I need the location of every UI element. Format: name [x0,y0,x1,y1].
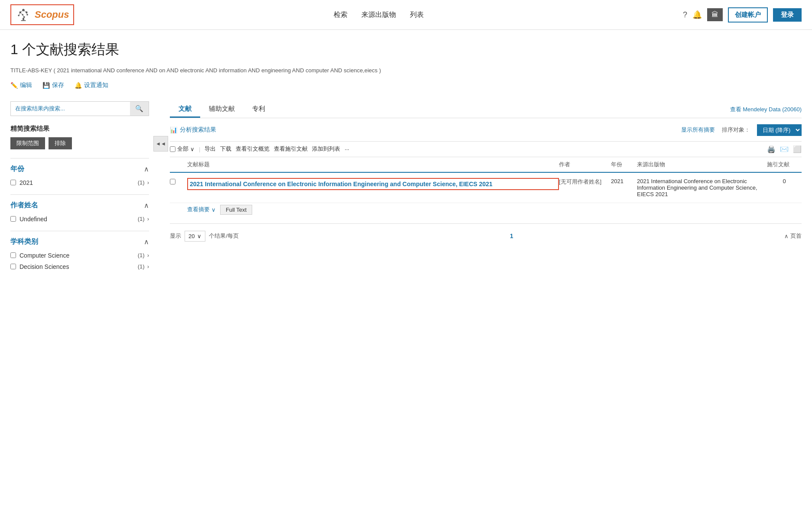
add-to-list-button[interactable]: 添加到列表 [312,145,340,153]
subject-ds-chevron-icon: › [147,263,149,270]
tabs: 文献 辅助文献 专利 [170,101,274,118]
per-page-area: 显示 20 ∨ 个结果/每页 [170,231,239,242]
show-abstract-link[interactable]: 显示所有摘要 [681,126,715,134]
select-all-label: 全部 [177,145,188,153]
search-in-results-button[interactable]: 🔍 [130,102,149,116]
col-author-1: [无可用作者姓名] [559,178,611,186]
year-filter-item-2021[interactable]: 2021 (1) › [10,177,149,188]
col-header-author: 作者 [559,161,611,168]
more-options-button[interactable]: ··· [344,146,349,152]
view-citation-overview-button[interactable]: 查看引文概览 [236,145,270,153]
download-button[interactable]: 下载 [220,145,231,153]
result-title-link-1[interactable]: 2021 International Conference on Electro… [187,178,559,190]
subject-ds-label: Decision Sciences [19,263,69,270]
tab-secondary-documents[interactable]: 辅助文献 [200,101,244,118]
svg-line-10 [20,13,23,15]
print-icon[interactable]: 🖨️ [767,145,776,153]
view-citing-docs-button[interactable]: 查看施引文献 [274,145,308,153]
edit-icon: ✏️ [10,82,18,89]
nav-sources[interactable]: 来源出版物 [361,10,396,19]
login-button[interactable]: 登录 [773,8,802,22]
actions-bar: 全部 ∨ | 导出 下载 查看引文概览 查看施引文献 添加到列表 ··· 🖨️ … [170,141,802,157]
exclude-button[interactable]: 排除 [49,137,72,149]
subject-cs-checkbox[interactable] [10,252,16,258]
mendeley-data-link[interactable]: 查看 Mendeley Data (20060) [730,106,802,113]
nav-search[interactable]: 检索 [334,10,348,19]
year-filter-item-right: (1) › [138,179,149,186]
year-filter-header[interactable]: 年份 ∧ [10,165,149,174]
export-button[interactable]: 导出 [205,145,216,153]
limit-scope-button[interactable]: 限制范围 [10,137,45,149]
page-1[interactable]: 1 [510,233,513,239]
view-abstract-link-1[interactable]: 查看摘要 ∨ [187,206,216,213]
toolbar-row: 📊 分析搜索结果 显示所有摘要 排序对象： 日期 (降序) [170,124,802,136]
subject-filter-section: 学科类别 ∧ Computer Science (1) › Decision S… [10,231,149,278]
search-in-results-input[interactable] [11,102,130,115]
svg-line-8 [23,10,26,12]
year-chevron-icon: ∧ [144,165,149,173]
sep1: | [199,146,200,152]
col-header-citations: 施引文献 [767,161,802,168]
save-link[interactable]: 💾 保存 [42,81,64,89]
subject-filter-header[interactable]: 学科类别 ∧ [10,237,149,246]
subject-cs-chevron-icon: › [147,252,149,258]
subject-ds-checkbox[interactable] [10,264,16,269]
institution-icon[interactable]: 🏛 [707,8,723,21]
svg-line-7 [20,10,23,12]
create-account-button[interactable]: 创建帐户 [728,7,768,23]
subject-filter-item-cs[interactable]: Computer Science (1) › [10,250,149,261]
author-filter-item-left: Undefined [10,216,47,223]
tab-patents[interactable]: 专利 [244,101,274,118]
sort-select[interactable]: 日期 (降序) [757,124,802,136]
col-source-1: 2021 International Conference on Electro… [637,178,767,197]
back-to-top-link[interactable]: ∧ 页首 [784,232,802,240]
sort-label: 排序对象： [722,126,750,134]
subject-cs-count: (1) [138,252,145,258]
table-header: 文献标题 作者 年份 来源出版物 施引文献 [170,157,802,173]
export2-icon[interactable]: ⬜ [793,145,802,153]
col-citations-1: 0 [767,178,802,184]
year-2021-chevron-right-icon: › [147,179,149,186]
year-2021-checkbox[interactable] [10,180,16,185]
notify-link[interactable]: 🔔 设置通知 [75,81,108,89]
author-filter-header[interactable]: 作者姓名 ∧ [10,201,149,210]
edit-link[interactable]: ✏️ 编辑 [10,81,32,89]
analyze-results-button[interactable]: 📊 分析搜索结果 [170,126,216,134]
sidebar: 🔍 精简搜索结果 限制范围 排除 年份 ∧ 2021 (1) › [10,101,149,278]
author-undefined-checkbox[interactable] [10,216,16,222]
header-icons: ? 🔔 🏛 创建帐户 登录 [683,7,802,23]
subject-filter-item-ds[interactable]: Decision Sciences (1) › [10,261,149,272]
bell-icon[interactable]: 🔔 [692,10,702,19]
subject-cs-label: Computer Science [19,252,69,259]
tab-documents[interactable]: 文献 [170,101,200,118]
save-icon: 💾 [42,82,50,89]
svg-line-12 [23,15,24,17]
full-text-button-1[interactable]: Full Text [220,205,252,215]
per-page-chevron-icon: ∨ [197,233,201,239]
page-numbers: 1 [510,233,513,239]
author-undefined-label: Undefined [19,216,47,223]
nav-links: 检索 来源出版物 列表 [334,10,424,19]
email-icon[interactable]: ✉️ [780,145,789,153]
author-filter-item-undefined[interactable]: Undefined (1) › [10,213,149,225]
logo-area[interactable]: Scopus [10,4,74,25]
per-page-select[interactable]: 20 ∨ [185,231,205,242]
action-links: ✏️ 编辑 💾 保存 🔔 设置通知 [10,81,802,89]
select-all-checkbox-area[interactable]: 全部 ∨ [170,145,195,153]
pagination-area: 显示 20 ∨ 个结果/每页 1 ∧ 页首 [170,223,802,249]
author-filter-title: 作者姓名 [10,201,38,210]
query-line: TITLE-ABS-KEY ( 2021 international AND c… [10,66,802,75]
per-page-unit: 个结果/每页 [209,232,239,240]
help-icon[interactable]: ? [683,10,687,19]
table-row: 2021 International Conference on Electro… [170,173,802,220]
col-header-year: 年份 [611,161,637,168]
select-all-checkbox[interactable] [170,146,175,152]
row-checkbox-area [170,178,187,186]
row-1-checkbox[interactable] [170,179,175,184]
nav-lists[interactable]: 列表 [410,10,424,19]
results-panel: 文献 辅助文献 专利 查看 Mendeley Data (20060) 📊 分析… [170,101,802,278]
col-header-check [170,161,187,168]
author-filter-item-right: (1) › [138,216,149,222]
collapse-sidebar-button[interactable]: ◄◄ [153,136,168,152]
scopus-logo-text: Scopus [35,9,69,20]
